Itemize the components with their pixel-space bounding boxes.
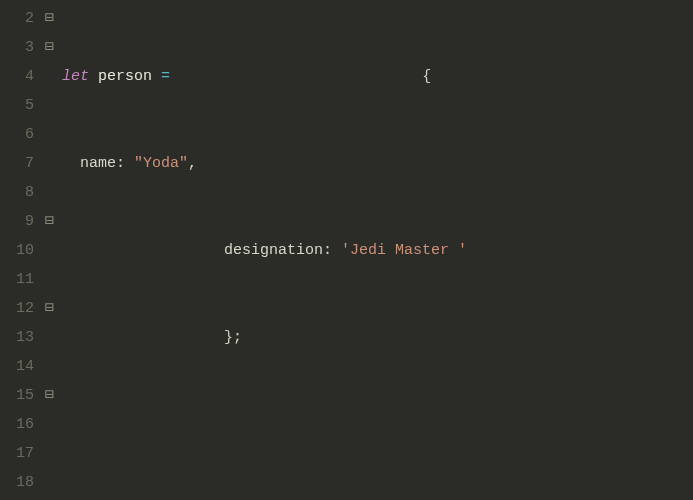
code-line[interactable]: designation: 'Jedi Master ': [62, 236, 693, 265]
line-number: 10: [0, 236, 34, 265]
line-number: 9: [0, 207, 34, 236]
line-number: 12: [0, 294, 34, 323]
line-number: 15: [0, 381, 34, 410]
line-number-gutter: 2 3 4 5 6 7 8 9 10 11 12 13 14 15 16 17 …: [0, 0, 40, 500]
line-number: 13: [0, 323, 34, 352]
line-number: 4: [0, 62, 34, 91]
line-number: 3: [0, 33, 34, 62]
fold-toggle[interactable]: ⊟: [40, 4, 58, 33]
code-editor: 2 3 4 5 6 7 8 9 10 11 12 13 14 15 16 17 …: [0, 0, 693, 500]
line-number: 7: [0, 149, 34, 178]
line-number: 6: [0, 120, 34, 149]
line-number: 14: [0, 352, 34, 381]
code-area[interactable]: let person = { name: "Yoda", designation…: [58, 0, 693, 500]
line-number: 11: [0, 265, 34, 294]
line-number: 2: [0, 4, 34, 33]
code-line[interactable]: [62, 410, 693, 439]
fold-toggle[interactable]: ⊟: [40, 33, 58, 62]
code-line[interactable]: };: [62, 323, 693, 352]
line-number: 5: [0, 91, 34, 120]
fold-column: ⊟ ⊟ ⊟ ⊟ ⊟: [40, 0, 58, 500]
fold-toggle[interactable]: ⊟: [40, 207, 58, 236]
line-number: 17: [0, 439, 34, 468]
line-number: 16: [0, 410, 34, 439]
fold-toggle[interactable]: ⊟: [40, 381, 58, 410]
code-line[interactable]: let person = {: [62, 62, 693, 91]
line-number: 8: [0, 178, 34, 207]
code-line[interactable]: name: "Yoda",: [62, 149, 693, 178]
line-number: 18: [0, 468, 34, 497]
fold-toggle[interactable]: ⊟: [40, 294, 58, 323]
